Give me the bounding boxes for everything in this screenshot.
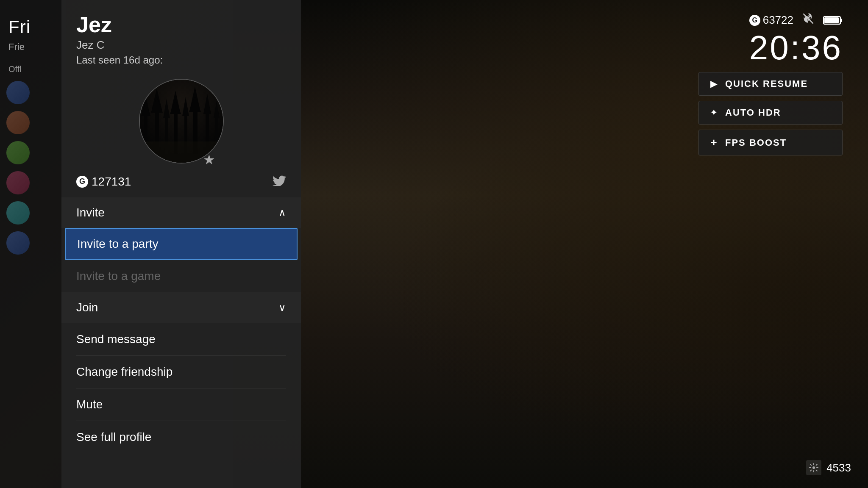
profile-stats: G 127131 [61, 172, 301, 197]
invite-to-party-label: Invite to a party [77, 237, 158, 250]
invite-group-header[interactable]: Invite ∧ [61, 197, 301, 228]
send-message-label: Send message [76, 333, 156, 346]
star-badge: ★ [203, 152, 215, 168]
see-full-profile-label: See full profile [76, 430, 151, 444]
menu-section: Invite ∧ Invite to a party Invite to a g… [61, 197, 301, 488]
quick-resume-label: QUICK RESUME [725, 78, 808, 89]
fps-boost-icon: + [708, 136, 719, 149]
profile-header: Jez Jez C Last seen 16d ago: [61, 0, 301, 75]
sidebar-subtitle: Frie [0, 42, 66, 61]
list-item[interactable] [0, 168, 66, 198]
auto-hdr-button[interactable]: ✦ AUTO HDR [698, 101, 843, 125]
quick-resume-button[interactable]: ▶ QUICK RESUME [698, 72, 843, 96]
auto-hdr-label: AUTO HDR [725, 107, 781, 118]
hud-mute-icon [802, 13, 815, 28]
invite-label: Invite [76, 206, 105, 219]
list-item[interactable] [0, 78, 66, 108]
sidebar: Fri Frie Offl [0, 0, 66, 488]
change-friendship-item[interactable]: Change friendship [61, 356, 301, 388]
hud-g-icon: G [749, 15, 760, 26]
invite-chevron-up-icon: ∧ [278, 207, 286, 219]
br-count: 4533 [826, 461, 851, 474]
change-friendship-label: Change friendship [76, 365, 172, 378]
invite-to-party-item[interactable]: Invite to a party [65, 228, 298, 260]
list-item[interactable] [0, 108, 66, 138]
join-chevron-down-icon: ∨ [278, 302, 286, 313]
invite-to-game-item[interactable]: Invite to a game [61, 260, 301, 292]
play-icon: ▶ [708, 78, 719, 89]
send-message-item[interactable]: Send message [61, 323, 301, 355]
mute-label: Mute [76, 398, 103, 411]
see-full-profile-item[interactable]: See full profile [61, 421, 301, 453]
avatar [6, 231, 30, 255]
avatar [6, 111, 30, 134]
avatar [6, 141, 30, 164]
join-group-header[interactable]: Join ∨ [61, 292, 301, 323]
list-item[interactable] [0, 138, 66, 168]
avatar-forest-bg [140, 80, 223, 163]
hud-battery-icon [823, 15, 843, 26]
br-icon [806, 460, 821, 475]
action-buttons: ▶ QUICK RESUME ✦ AUTO HDR + FPS BOOST [698, 72, 843, 155]
svg-rect-28 [824, 17, 839, 23]
fps-boost-label: FPS BOOST [725, 137, 787, 148]
hud-gamerscore: G 63722 [749, 14, 793, 27]
g-icon: G [76, 176, 88, 188]
list-item[interactable] [0, 198, 66, 228]
svg-point-29 [812, 466, 815, 469]
profile-gamertag: Jez C [76, 39, 286, 52]
profile-name: Jez [76, 13, 286, 37]
hud-status-row: G 63722 [749, 13, 843, 28]
bottom-right-hud: 4533 [806, 460, 851, 475]
svg-rect-27 [840, 19, 842, 22]
profile-avatar [139, 79, 224, 164]
gamerscore-value: 127131 [92, 175, 131, 189]
profile-last-seen: Last seen 16d ago: [76, 54, 286, 66]
avatar [6, 201, 30, 225]
hud-topright: G 63722 20:36 [749, 13, 843, 65]
hud-time: 20:36 [749, 31, 843, 65]
sidebar-offline-label: Offl [0, 61, 66, 78]
hud-gscore-value: 63722 [763, 14, 793, 27]
join-label: Join [76, 301, 98, 314]
sidebar-title: Fri [0, 13, 66, 42]
twitter-icon[interactable] [273, 174, 286, 189]
profile-gamerscore: G 127131 [76, 175, 131, 189]
profile-avatar-container: ★ [61, 75, 301, 172]
fps-boost-button[interactable]: + FPS BOOST [698, 130, 843, 155]
profile-panel: Jez Jez C Last seen 16d ago: [61, 0, 301, 488]
invite-to-game-label: Invite to a game [76, 269, 161, 283]
list-item[interactable] [0, 228, 66, 258]
hdr-icon: ✦ [708, 107, 719, 118]
avatar [6, 171, 30, 194]
avatar [6, 81, 30, 104]
mute-item[interactable]: Mute [61, 388, 301, 421]
